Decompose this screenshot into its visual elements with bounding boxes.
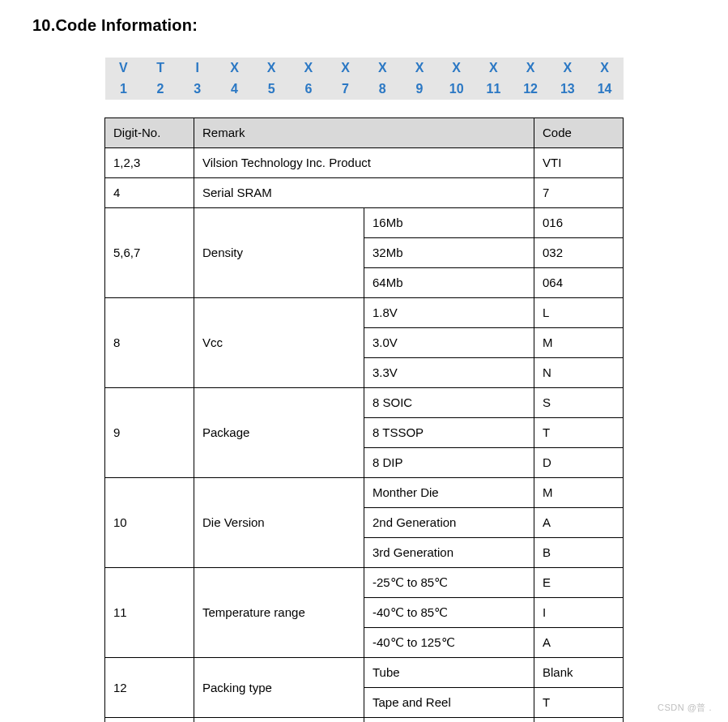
code-strip-cell: X <box>364 58 401 79</box>
cell-digit: 12 <box>104 658 194 718</box>
cell-code: I <box>534 598 624 628</box>
table-row: 10 Die Version Monther Die M <box>104 478 623 508</box>
cell-value: 3.3V <box>364 358 534 388</box>
cell-label: Die Version <box>194 478 364 568</box>
code-strip-cell: 5 <box>253 79 290 100</box>
code-strip-cell: X <box>401 58 438 79</box>
cell-value: 1.8V <box>364 298 534 328</box>
section-title: 10.Code Information: <box>32 16 696 35</box>
code-strip-cell: X <box>512 58 549 79</box>
cell-code: VTI <box>534 148 624 178</box>
code-strip-cell: 13 <box>549 79 586 100</box>
code-strip-cell: 11 <box>475 79 513 100</box>
code-strip-cell: 12 <box>512 79 549 100</box>
code-strip-cell: 10 <box>438 79 475 100</box>
code-strip-cell: X <box>475 58 513 79</box>
col-code-header: Code <box>534 118 624 148</box>
cell-value: -25℃ to 85℃ <box>364 568 534 598</box>
cell-code: A <box>534 628 624 658</box>
cell-remark: Vilsion Technology Inc. Product <box>194 148 534 178</box>
cell-code: Blank <box>534 658 624 688</box>
cell-code: T <box>534 418 624 448</box>
code-strip-cell: 14 <box>586 79 624 100</box>
cell-value: 8 DIP <box>364 448 534 478</box>
cell-digit: 13，14 <box>104 718 194 723</box>
table-row: 1,2,3 Vilsion Technology Inc. Product VT… <box>104 148 623 178</box>
cell-code: T <box>534 688 624 718</box>
cell-code: 7 <box>534 178 624 208</box>
code-strip-cell: 3 <box>179 79 216 100</box>
cell-value: 3.0V <box>364 328 534 358</box>
table-row: 8 Vcc 1.8V L <box>104 298 623 328</box>
code-strip-cell: 6 <box>290 79 327 100</box>
cell-label: Vcc <box>194 298 364 388</box>
cell-value: 8 TSSOP <box>364 418 534 448</box>
col-digit-header: Digit-No. <box>104 118 194 148</box>
cell-value: 32Mb <box>364 238 534 268</box>
cell-value: -40℃ to 85℃ <box>364 598 534 628</box>
cell-digit: 11 <box>104 568 194 658</box>
cell-value: 2nd Generation <box>364 508 534 538</box>
cell-code: S <box>534 388 624 418</box>
cell-label: Density <box>194 208 364 298</box>
cell-code: 016 <box>534 208 624 238</box>
cell-digit: 4 <box>104 178 194 208</box>
code-strip-letters-row: V T I X X X X X X X X X X X <box>105 58 624 79</box>
col-remark-header: Remark <box>194 118 534 148</box>
code-strip-cell: X <box>216 58 253 79</box>
cell-digit: 8 <box>104 298 194 388</box>
cell-code: B <box>534 538 624 568</box>
code-strip-cell: V <box>105 58 143 79</box>
code-strip-cell: 7 <box>327 79 364 100</box>
cell-label: Temperature range <box>194 568 364 658</box>
cell-code: TBD <box>534 718 624 723</box>
cell-code: 032 <box>534 238 624 268</box>
code-strip-cell: 2 <box>142 79 179 100</box>
table-row: 4 Serial SRAM 7 <box>104 178 623 208</box>
cell-value: 64Mb <box>364 268 534 298</box>
cell-digit: 5,6,7 <box>104 208 194 298</box>
code-strip-cell: X <box>549 58 586 79</box>
cell-code: 064 <box>534 268 624 298</box>
table-row: 13，14 Special function TBD TBD <box>104 718 623 723</box>
cell-value: 16Mb <box>364 208 534 238</box>
cell-digit: 1,2,3 <box>104 148 194 178</box>
code-strip-cell: I <box>179 58 216 79</box>
table-row: 5,6,7 Density 16Mb 016 <box>104 208 623 238</box>
cell-digit: 10 <box>104 478 194 568</box>
code-strip-cell: 1 <box>105 79 143 100</box>
watermark: CSDN @普 . <box>658 702 712 714</box>
cell-code: E <box>534 568 624 598</box>
cell-value: -40℃ to 125℃ <box>364 628 534 658</box>
code-strip: V T I X X X X X X X X X X X 1 2 3 4 5 6 … <box>105 58 624 100</box>
code-strip-cell: X <box>253 58 290 79</box>
code-strip-cell: 4 <box>216 79 253 100</box>
cell-label: Packing type <box>194 658 364 718</box>
cell-code: M <box>534 478 624 508</box>
table-row: 11 Temperature range -25℃ to 85℃ E <box>104 568 623 598</box>
code-strip-cell: X <box>290 58 327 79</box>
code-strip-cell: T <box>142 58 179 79</box>
code-strip-cell: X <box>586 58 624 79</box>
cell-value: 8 SOIC <box>364 388 534 418</box>
cell-remark: Serial SRAM <box>194 178 534 208</box>
cell-code: L <box>534 298 624 328</box>
table-row: 9 Package 8 SOIC S <box>104 388 623 418</box>
code-info-table: Digit-No. Remark Code 1,2,3 Vilsion Tech… <box>104 117 624 722</box>
code-strip-cell: X <box>327 58 364 79</box>
cell-value: TBD <box>364 718 534 723</box>
cell-digit: 9 <box>104 388 194 478</box>
cell-value: Tube <box>364 658 534 688</box>
cell-code: A <box>534 508 624 538</box>
code-strip-numbers-row: 1 2 3 4 5 6 7 8 9 10 11 12 13 14 <box>105 79 624 100</box>
code-strip-cell: 9 <box>401 79 438 100</box>
cell-value: 3rd Generation <box>364 538 534 568</box>
table-header-row: Digit-No. Remark Code <box>104 118 623 148</box>
cell-label: Package <box>194 388 364 478</box>
cell-code: M <box>534 328 624 358</box>
cell-value: Monther Die <box>364 478 534 508</box>
code-strip-cell: 8 <box>364 79 401 100</box>
cell-label: Special function <box>194 718 364 723</box>
cell-value: Tape and Reel <box>364 688 534 718</box>
cell-code: N <box>534 358 624 388</box>
